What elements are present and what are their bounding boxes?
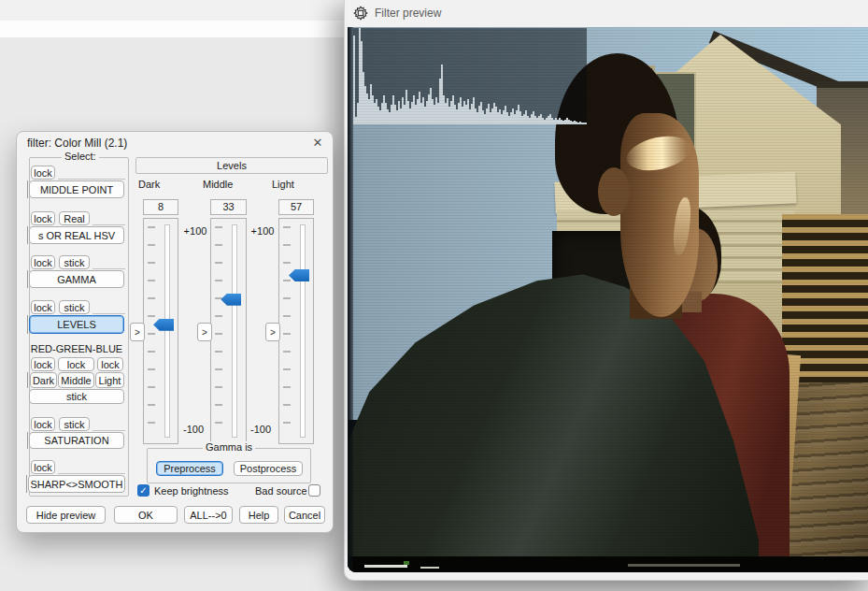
help-button[interactable]: Help (239, 506, 278, 524)
light-max-label: +100 (249, 225, 277, 237)
separator (92, 268, 125, 269)
lock-hsv-button[interactable]: lock (31, 211, 55, 225)
stick-gamma-button[interactable]: stick (59, 255, 90, 269)
separator (92, 313, 125, 314)
middle-channel-button[interactable]: Middle (58, 372, 94, 388)
man-foreground-ear (598, 167, 630, 216)
stick-levels-button[interactable]: stick (59, 300, 90, 314)
video-preview-area (348, 27, 868, 572)
real-button[interactable]: Real (59, 211, 90, 225)
separator (27, 372, 28, 388)
stick-rgb-button[interactable]: stick (29, 389, 124, 404)
stick-saturation-button[interactable]: stick (59, 417, 90, 431)
bad-source-label: Bad source (255, 485, 307, 497)
keep-brightness-label: Keep brightness (154, 485, 229, 497)
slider-groove (232, 224, 237, 438)
video-glint-green (404, 561, 409, 565)
middle-zero-arrow-button[interactable]: > (197, 323, 212, 341)
slider-label-light: Light (272, 179, 294, 190)
sharp-smooth-mode-button[interactable]: SHARP<>SMOOTH (28, 475, 125, 493)
histogram-bars (353, 28, 587, 124)
dark-slider-thumb[interactable] (153, 319, 174, 331)
slider-groove (164, 224, 170, 438)
desktop: Filter preview (0, 0, 868, 591)
histogram-overlay (353, 28, 587, 124)
lock-middle-point-button[interactable]: lock (31, 166, 55, 180)
bad-source-checkbox[interactable] (308, 484, 320, 497)
separator (58, 179, 125, 180)
slider-ticks (283, 226, 291, 436)
separator (92, 430, 125, 431)
light-slider-thumb[interactable] (289, 269, 309, 281)
middle-max-label: +100 (181, 225, 209, 237)
preview-title-bar[interactable]: Filter preview (345, 0, 868, 27)
levels-panel-header: Levels (135, 157, 328, 174)
light-zero-arrow-button[interactable]: > (265, 323, 280, 341)
separator (26, 475, 27, 493)
dark-value-box[interactable]: 8 (143, 199, 178, 215)
cancel-button[interactable]: Cancel (284, 506, 325, 524)
hsv-mode-button[interactable]: s OR REAL HSV (29, 226, 124, 244)
lock-sharp-button[interactable]: lock (31, 460, 55, 474)
middle-point-button[interactable]: MIDDLE POINT (29, 180, 124, 198)
filter-preview-window: Filter preview (344, 0, 868, 581)
dialog-title[interactable]: filter: Color Mill (2.1) (27, 137, 127, 150)
preprocess-button[interactable]: Preprocess (156, 461, 223, 476)
lock-levels-button[interactable]: lock (31, 300, 55, 314)
separator (27, 315, 28, 334)
separator (27, 226, 28, 244)
dark-channel-button[interactable]: Dark (30, 372, 57, 388)
slider-ticks (215, 226, 222, 436)
slider-ticks (148, 226, 155, 436)
filter-gear-icon (353, 6, 368, 21)
rgb-label: RED-GREEN-BLUE (29, 343, 124, 354)
lock-green-button[interactable]: lock (58, 357, 94, 371)
lock-gamma-button[interactable]: lock (31, 255, 55, 269)
middle-min-label: -100 (179, 424, 207, 435)
separator (27, 432, 28, 449)
lock-blue-button[interactable]: lock (97, 357, 123, 371)
video-glint (628, 564, 740, 567)
lock-saturation-button[interactable]: lock (31, 417, 55, 431)
slider-label-dark: Dark (138, 179, 160, 190)
video-glint (364, 565, 407, 568)
separator (58, 473, 125, 474)
separator (27, 270, 28, 288)
slider-label-middle: Middle (203, 179, 233, 190)
video-glint (420, 567, 439, 569)
video-bottom-black-band (348, 556, 868, 572)
middle-slider[interactable] (210, 218, 247, 444)
light-min-label: -100 (247, 424, 275, 435)
separator (92, 224, 125, 225)
close-icon[interactable]: ✕ (306, 135, 329, 151)
separator (27, 180, 28, 198)
gamma-mode-button[interactable]: GAMMA (29, 270, 124, 288)
lock-red-button[interactable]: lock (31, 357, 55, 371)
levels-mode-button[interactable]: LEVELS (29, 315, 124, 334)
saturation-mode-button[interactable]: SATURATION (29, 432, 124, 449)
ok-button[interactable]: OK (114, 506, 178, 524)
middle-slider-thumb[interactable] (221, 294, 241, 306)
light-slider[interactable] (278, 218, 314, 444)
dark-slider[interactable] (143, 218, 178, 444)
all-to-zero-button[interactable]: ALL-->0 (184, 506, 233, 524)
middle-value-box[interactable]: 33 (210, 199, 247, 215)
light-channel-button[interactable]: Light (95, 372, 124, 388)
light-value-box[interactable]: 57 (278, 199, 314, 215)
keep-brightness-checkbox[interactable]: ✓ (137, 484, 149, 497)
dark-zero-arrow-button[interactable]: > (130, 323, 145, 341)
postprocess-button[interactable]: Postprocess (234, 461, 303, 476)
gamma-group-label: Gamma is (203, 441, 255, 453)
hide-preview-button[interactable]: Hide preview (26, 506, 106, 524)
slider-groove (300, 224, 306, 438)
color-mill-dialog: filter: Color Mill (2.1) ✕ Select: lock … (16, 131, 334, 533)
select-group-label: Select: (62, 151, 99, 162)
preview-window-title: Filter preview (375, 7, 441, 20)
